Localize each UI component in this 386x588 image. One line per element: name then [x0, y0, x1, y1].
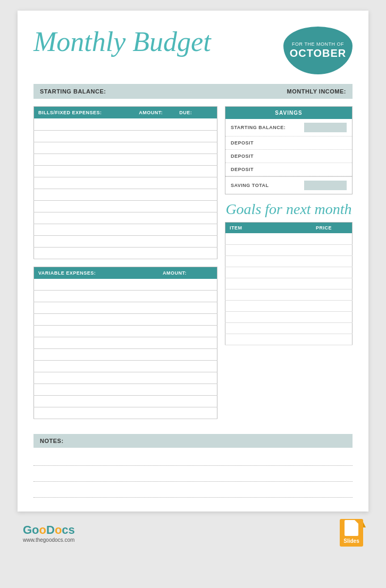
for-text: FOR THE MONTH OF [292, 41, 344, 48]
variable-row [34, 396, 217, 407]
logo-oo: o [39, 523, 46, 536]
goals-cell-price [312, 233, 352, 244]
bills-col-due-header: DUE: [175, 107, 217, 119]
variable-row [34, 314, 217, 326]
bills-cell-due [175, 212, 217, 224]
bills-cell-amount [135, 177, 175, 189]
bills-row [34, 224, 217, 235]
bills-row [34, 118, 217, 130]
bills-cell-amount [135, 142, 175, 154]
savings-row-deposit-3: DEPOSIT [225, 163, 352, 176]
logo-oo2: o [55, 523, 62, 536]
page-title: Monthly Budget [33, 27, 211, 57]
var-cell-amount [158, 279, 217, 291]
slides-badge: Slides [340, 519, 363, 547]
var-cell-amount [158, 349, 217, 361]
savings-row-total: SAVING TOTAL [225, 176, 352, 194]
var-cell-amount [158, 407, 217, 419]
page: Monthly Budget FOR THE MONTH OF OCTOBER … [18, 11, 368, 512]
goals-cell-price [312, 300, 352, 311]
goals-row [225, 244, 353, 255]
bills-cell-name [34, 165, 135, 177]
bills-row [34, 130, 217, 142]
month-name: OCTOBER [290, 47, 347, 59]
bills-cell-name [34, 130, 135, 142]
variable-row [34, 337, 217, 349]
bills-table: BILLS/FIXED EXPENSES: AMOUNT: DUE: [33, 106, 217, 259]
bills-cell-name [34, 154, 135, 165]
var-cell-name [34, 291, 159, 302]
savings-row-deposit-1: DEPOSIT [225, 137, 352, 150]
var-cell-amount [158, 372, 217, 384]
var-cell-amount [158, 314, 217, 326]
goals-cell-item [225, 244, 312, 255]
var-col-amount-header: AMOUNT: [158, 267, 217, 279]
goals-row [225, 334, 353, 345]
bills-cell-name [34, 212, 135, 224]
variable-row [34, 279, 217, 291]
goals-cell-price [312, 334, 352, 345]
main-columns: BILLS/FIXED EXPENSES: AMOUNT: DUE: [33, 106, 353, 427]
var-cell-name [34, 326, 159, 337]
savings-total-label: SAVING TOTAL [231, 183, 304, 188]
bills-cell-amount [135, 212, 175, 224]
goals-col-item-header: ITEM [225, 223, 312, 234]
goals-cell-item [225, 267, 312, 278]
bills-cell-due [175, 118, 217, 130]
variable-row [34, 384, 217, 396]
goodocs-logo: GooDocs [23, 523, 75, 537]
footer: GooDocs www.thegoodocs.com Slides [18, 512, 368, 547]
goals-title: Goals for next month [225, 201, 353, 218]
variable-row [34, 407, 217, 419]
var-cell-amount [158, 326, 217, 337]
header: Monthly Budget FOR THE MONTH OF OCTOBER [33, 27, 353, 74]
bills-cell-due [175, 142, 217, 154]
savings-header: SAVINGS [225, 107, 352, 119]
bills-cell-amount [135, 247, 175, 259]
variable-row [34, 326, 217, 337]
starting-balance-label: STARTING BALANCE: [40, 88, 106, 95]
goals-row [225, 289, 353, 300]
bills-col-amount-header: AMOUNT: [135, 107, 175, 119]
var-cell-name [34, 279, 159, 291]
goals-cell-item [225, 233, 312, 244]
var-cell-amount [158, 361, 217, 372]
notes-line-2 [33, 469, 353, 482]
bills-cell-amount [135, 235, 175, 247]
bills-row [34, 212, 217, 224]
savings-row-starting: STARTING BALANCE: [225, 119, 352, 137]
goals-cell-item [225, 300, 312, 311]
goals-cell-price [312, 267, 352, 278]
var-cell-amount [158, 396, 217, 407]
bills-cell-due [175, 154, 217, 165]
bills-cell-name [34, 224, 135, 235]
goals-cell-price [312, 289, 352, 300]
footer-brand: GooDocs www.thegoodocs.com [23, 523, 75, 543]
goals-cell-price [312, 255, 352, 267]
var-cell-amount [158, 302, 217, 314]
var-cell-name [34, 372, 159, 384]
bills-cell-due [175, 247, 217, 259]
bills-cell-amount [135, 165, 175, 177]
bills-cell-amount [135, 118, 175, 130]
bills-row [34, 189, 217, 200]
balance-income-row: STARTING BALANCE: MONTHLY INCOME: [33, 84, 353, 99]
bills-cell-due [175, 130, 217, 142]
bills-cell-due [175, 224, 217, 235]
variable-row [34, 302, 217, 314]
bills-cell-amount [135, 224, 175, 235]
bills-cell-amount [135, 154, 175, 165]
bills-row [34, 154, 217, 165]
bills-row [34, 235, 217, 247]
savings-total-value [304, 181, 347, 190]
footer-url: www.thegoodocs.com [23, 537, 75, 543]
bills-col-name-header: BILLS/FIXED EXPENSES: [34, 107, 135, 119]
goals-cell-item [225, 334, 312, 345]
notes-header: NOTES: [33, 434, 353, 448]
monthly-income-label: MONTHLY INCOME: [287, 88, 346, 95]
savings-starting-value [304, 123, 347, 132]
goals-cell-price [312, 278, 352, 289]
bills-cell-name [34, 118, 135, 130]
savings-row-deposit-2: DEPOSIT [225, 150, 352, 163]
var-cell-amount [158, 337, 217, 349]
